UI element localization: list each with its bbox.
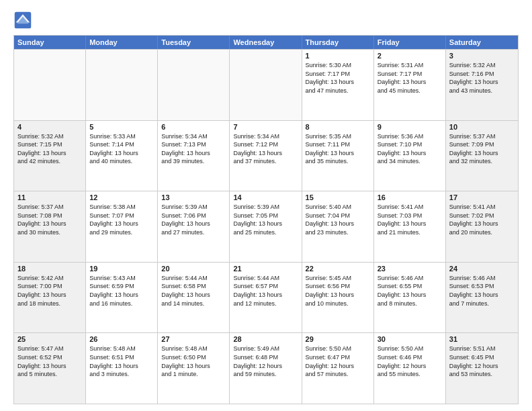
calendar-cell-empty-0-0 [14,50,86,120]
cell-daylight-text: Sunrise: 5:35 AM Sunset: 7:11 PM Dayligh… [306,132,370,166]
cell-daylight-text: Sunrise: 5:49 AM Sunset: 6:48 PM Dayligh… [233,345,298,378]
cell-daylight-text: Sunrise: 5:46 AM Sunset: 6:53 PM Dayligh… [449,274,515,308]
day-number: 22 [306,265,370,273]
day-number: 6 [161,123,226,131]
cell-daylight-text: Sunrise: 5:32 AM Sunset: 7:16 PM Dayligh… [449,61,515,95]
calendar-cell-18: 18Sunrise: 5:42 AM Sunset: 7:00 PM Dayli… [14,263,86,333]
cell-daylight-text: Sunrise: 5:50 AM Sunset: 6:47 PM Dayligh… [306,345,370,378]
header [13,11,519,30]
calendar-cell-31: 31Sunrise: 5:51 AM Sunset: 6:45 PM Dayli… [446,333,518,404]
day-number: 2 [378,52,442,60]
cell-daylight-text: Sunrise: 5:46 AM Sunset: 6:55 PM Dayligh… [378,274,442,308]
calendar-cell-13: 13Sunrise: 5:39 AM Sunset: 7:06 PM Dayli… [158,191,230,262]
calendar: SundayMondayTuesdayWednesdayThursdayFrid… [13,35,519,404]
day-number: 8 [306,123,370,131]
day-number: 16 [378,193,442,201]
cell-daylight-text: Sunrise: 5:40 AM Sunset: 7:04 PM Dayligh… [306,203,370,236]
calendar-row-3: 18Sunrise: 5:42 AM Sunset: 7:00 PM Dayli… [14,262,518,333]
cell-daylight-text: Sunrise: 5:51 AM Sunset: 6:45 PM Dayligh… [449,345,515,378]
calendar-cell-9: 9Sunrise: 5:36 AM Sunset: 7:10 PM Daylig… [374,121,446,191]
day-number: 12 [89,193,154,201]
cell-daylight-text: Sunrise: 5:34 AM Sunset: 7:12 PM Dayligh… [233,132,298,166]
cell-daylight-text: Sunrise: 5:36 AM Sunset: 7:10 PM Dayligh… [378,132,442,166]
day-number: 3 [449,52,515,60]
calendar-cell-7: 7Sunrise: 5:34 AM Sunset: 7:12 PM Daylig… [230,121,302,191]
cell-daylight-text: Sunrise: 5:44 AM Sunset: 6:57 PM Dayligh… [233,274,298,308]
day-number: 29 [306,335,370,343]
calendar-cell-10: 10Sunrise: 5:37 AM Sunset: 7:09 PM Dayli… [446,121,518,191]
cell-daylight-text: Sunrise: 5:48 AM Sunset: 6:50 PM Dayligh… [161,345,226,378]
day-number: 13 [161,193,226,201]
cell-daylight-text: Sunrise: 5:44 AM Sunset: 6:58 PM Dayligh… [161,274,226,308]
calendar-cell-14: 14Sunrise: 5:39 AM Sunset: 7:05 PM Dayli… [230,191,302,262]
cell-daylight-text: Sunrise: 5:47 AM Sunset: 6:52 PM Dayligh… [17,345,82,378]
calendar-row-4: 25Sunrise: 5:47 AM Sunset: 6:52 PM Dayli… [14,332,518,404]
calendar-cell-27: 27Sunrise: 5:48 AM Sunset: 6:50 PM Dayli… [158,333,230,404]
calendar-cell-empty-0-2 [158,50,230,120]
cell-daylight-text: Sunrise: 5:43 AM Sunset: 6:59 PM Dayligh… [89,274,154,308]
day-number: 11 [17,193,82,201]
day-number: 14 [233,193,298,201]
calendar-cell-19: 19Sunrise: 5:43 AM Sunset: 6:59 PM Dayli… [86,263,158,333]
calendar-cell-30: 30Sunrise: 5:50 AM Sunset: 6:46 PM Dayli… [374,333,446,404]
calendar-cell-24: 24Sunrise: 5:46 AM Sunset: 6:53 PM Dayli… [446,263,518,333]
calendar-cell-23: 23Sunrise: 5:46 AM Sunset: 6:55 PM Dayli… [374,263,446,333]
weekday-header-wednesday: Wednesday [230,36,302,49]
day-number: 31 [449,335,515,343]
calendar-cell-empty-0-1 [86,50,158,120]
day-number: 28 [233,335,298,343]
day-number: 30 [378,335,442,343]
calendar-cell-15: 15Sunrise: 5:40 AM Sunset: 7:04 PM Dayli… [302,191,374,262]
cell-daylight-text: Sunrise: 5:41 AM Sunset: 7:03 PM Dayligh… [378,203,442,236]
weekday-header-tuesday: Tuesday [158,36,230,49]
calendar-cell-12: 12Sunrise: 5:38 AM Sunset: 7:07 PM Dayli… [86,191,158,262]
cell-daylight-text: Sunrise: 5:48 AM Sunset: 6:51 PM Dayligh… [89,345,154,378]
calendar-body: 1Sunrise: 5:30 AM Sunset: 7:17 PM Daylig… [14,49,518,404]
logo-icon [13,11,32,30]
day-number: 24 [449,265,515,273]
weekday-header-friday: Friday [374,36,446,49]
day-number: 1 [306,52,370,60]
day-number: 21 [233,265,298,273]
day-number: 18 [17,265,82,273]
cell-daylight-text: Sunrise: 5:31 AM Sunset: 7:17 PM Dayligh… [378,61,442,95]
calendar-cell-16: 16Sunrise: 5:41 AM Sunset: 7:03 PM Dayli… [374,191,446,262]
calendar-row-0: 1Sunrise: 5:30 AM Sunset: 7:17 PM Daylig… [14,49,518,120]
cell-daylight-text: Sunrise: 5:38 AM Sunset: 7:07 PM Dayligh… [89,203,154,236]
calendar-cell-20: 20Sunrise: 5:44 AM Sunset: 6:58 PM Dayli… [158,263,230,333]
day-number: 23 [378,265,442,273]
weekday-header-monday: Monday [86,36,158,49]
cell-daylight-text: Sunrise: 5:37 AM Sunset: 7:09 PM Dayligh… [449,132,515,166]
day-number: 26 [89,335,154,343]
cell-daylight-text: Sunrise: 5:34 AM Sunset: 7:13 PM Dayligh… [161,132,226,166]
weekday-header-saturday: Saturday [446,36,518,49]
calendar-row-1: 4Sunrise: 5:32 AM Sunset: 7:15 PM Daylig… [14,120,518,191]
cell-daylight-text: Sunrise: 5:30 AM Sunset: 7:17 PM Dayligh… [306,61,370,95]
calendar-cell-21: 21Sunrise: 5:44 AM Sunset: 6:57 PM Dayli… [230,263,302,333]
calendar-header: SundayMondayTuesdayWednesdayThursdayFrid… [14,36,518,49]
day-number: 10 [449,123,515,131]
cell-daylight-text: Sunrise: 5:39 AM Sunset: 7:05 PM Dayligh… [233,203,298,236]
page: SundayMondayTuesdayWednesdayThursdayFrid… [0,0,532,411]
day-number: 5 [89,123,154,131]
cell-daylight-text: Sunrise: 5:32 AM Sunset: 7:15 PM Dayligh… [17,132,82,166]
cell-daylight-text: Sunrise: 5:33 AM Sunset: 7:14 PM Dayligh… [89,132,154,166]
calendar-cell-6: 6Sunrise: 5:34 AM Sunset: 7:13 PM Daylig… [158,121,230,191]
weekday-header-thursday: Thursday [302,36,374,49]
day-number: 17 [449,193,515,201]
calendar-cell-17: 17Sunrise: 5:41 AM Sunset: 7:02 PM Dayli… [446,191,518,262]
cell-daylight-text: Sunrise: 5:37 AM Sunset: 7:08 PM Dayligh… [17,203,82,236]
calendar-cell-3: 3Sunrise: 5:32 AM Sunset: 7:16 PM Daylig… [446,50,518,120]
calendar-cell-empty-0-3 [230,50,302,120]
day-number: 9 [378,123,442,131]
day-number: 15 [306,193,370,201]
calendar-cell-4: 4Sunrise: 5:32 AM Sunset: 7:15 PM Daylig… [14,121,86,191]
calendar-cell-29: 29Sunrise: 5:50 AM Sunset: 6:47 PM Dayli… [302,333,374,404]
day-number: 4 [17,123,82,131]
day-number: 27 [161,335,226,343]
cell-daylight-text: Sunrise: 5:45 AM Sunset: 6:56 PM Dayligh… [306,274,370,308]
calendar-cell-22: 22Sunrise: 5:45 AM Sunset: 6:56 PM Dayli… [302,263,374,333]
calendar-cell-5: 5Sunrise: 5:33 AM Sunset: 7:14 PM Daylig… [86,121,158,191]
calendar-cell-11: 11Sunrise: 5:37 AM Sunset: 7:08 PM Dayli… [14,191,86,262]
calendar-cell-8: 8Sunrise: 5:35 AM Sunset: 7:11 PM Daylig… [302,121,374,191]
